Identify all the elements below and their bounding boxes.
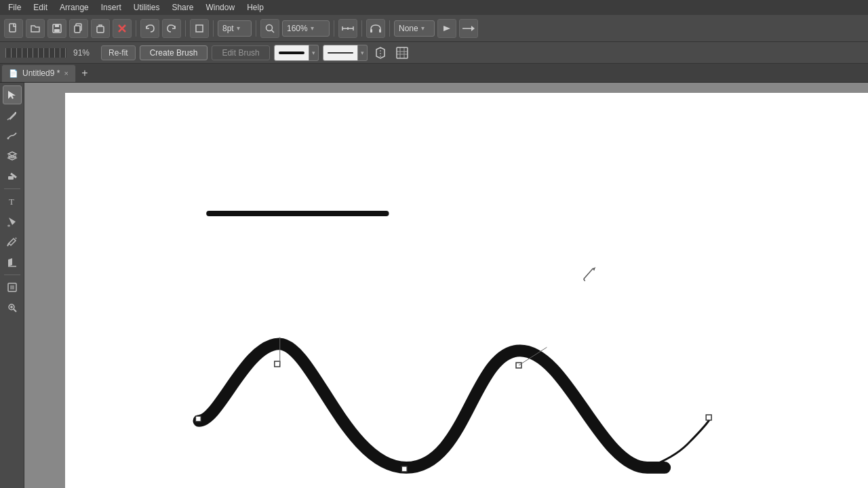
main-content: T (0, 83, 868, 488)
ruler-ticks (5, 48, 66, 58)
stroke-dropdown-2[interactable]: ▾ (358, 45, 368, 61)
stroke-style-2[interactable]: ▾ (323, 45, 368, 61)
symmetry-icon[interactable] (372, 44, 389, 62)
svg-marker-20 (471, 26, 475, 31)
stroke-style-1[interactable]: ▾ (274, 45, 319, 61)
svg-line-31 (7, 243, 9, 246)
layer-tool[interactable] (3, 146, 22, 165)
svg-text:T: T (9, 197, 14, 207)
tab-bar: 📄 Untitled9 * × + (0, 64, 868, 83)
edit-brush-button[interactable]: Edit Brush (212, 45, 269, 60)
svg-rect-2 (55, 24, 59, 27)
svg-rect-17 (379, 29, 381, 33)
svg-rect-26 (8, 176, 14, 180)
menu-window[interactable]: Window (200, 1, 240, 14)
flow-arrow[interactable] (437, 19, 456, 38)
zoom-tool[interactable] (3, 298, 22, 317)
select-tool[interactable] (3, 85, 22, 104)
sep2 (185, 20, 186, 37)
sep7 (389, 20, 390, 37)
secondary-toolbar: 91% Re-fit Create Brush Edit Brush ▾ ▾ (0, 42, 868, 64)
svg-rect-5 (75, 26, 80, 33)
stroke-preview-2 (323, 45, 358, 61)
svg-line-30 (16, 238, 16, 239)
menu-help[interactable]: Help (241, 1, 269, 14)
zoom-icon-btn[interactable] (260, 19, 279, 38)
control-point-1 (195, 416, 201, 422)
menu-share[interactable]: Share (166, 1, 199, 14)
svg-rect-22 (397, 47, 408, 58)
menu-file[interactable]: File (3, 1, 26, 14)
grid-icon[interactable] (393, 44, 411, 62)
control-point-end (706, 415, 711, 420)
redo-button[interactable] (162, 19, 181, 38)
pencil-tool[interactable] (3, 126, 22, 145)
menu-arrange[interactable]: Arrange (54, 1, 94, 14)
delete-button[interactable] (113, 19, 132, 38)
svg-rect-16 (370, 29, 372, 33)
sine-wave-stroke (199, 344, 665, 468)
tab-close-button[interactable]: × (64, 69, 68, 77)
sep1 (136, 20, 136, 37)
arrow-right-icon[interactable] (459, 19, 478, 38)
tool-sep-2 (4, 274, 20, 275)
menu-edit[interactable]: Edit (28, 1, 53, 14)
stroke-dropdown-1[interactable]: ▾ (309, 45, 319, 61)
svg-marker-18 (443, 26, 450, 31)
canvas-area[interactable] (24, 83, 868, 488)
fill-tool[interactable] (3, 212, 22, 231)
save-button[interactable] (47, 19, 66, 38)
measure-icon[interactable] (338, 19, 357, 38)
open-button[interactable] (26, 19, 45, 38)
svg-point-29 (7, 225, 10, 227)
menu-insert[interactable]: Insert (96, 1, 127, 14)
crop-button[interactable] (190, 19, 209, 38)
svg-marker-23 (8, 91, 16, 99)
zoom-percent-label: 91% (73, 48, 97, 58)
tab-add-button[interactable]: + (77, 66, 92, 81)
sep6 (361, 20, 362, 37)
undo-button[interactable] (140, 19, 159, 38)
copy-button[interactable] (69, 19, 88, 38)
eyedropper-tool[interactable] (3, 232, 22, 251)
control-point-3 (401, 466, 407, 472)
sep5 (334, 20, 334, 37)
main-toolbar: 8pt 160% None (0, 15, 868, 42)
create-brush-button[interactable]: Create Brush (140, 45, 208, 60)
control-point-4 (516, 363, 521, 368)
new-button[interactable] (4, 19, 23, 38)
svg-line-41 (584, 279, 585, 281)
svg-line-36 (14, 309, 16, 312)
svg-line-24 (7, 119, 9, 120)
frame-tool[interactable] (3, 278, 22, 297)
eraser-tool[interactable] (3, 167, 22, 186)
svg-rect-9 (196, 25, 203, 32)
refit-button[interactable]: Re-fit (101, 45, 136, 60)
tool-sep-1 (4, 188, 20, 189)
sine-wave-tail (647, 418, 711, 468)
svg-rect-3 (54, 29, 60, 32)
svg-rect-6 (97, 26, 104, 33)
tab-untitled9[interactable]: 📄 Untitled9 * × (1, 64, 76, 82)
flow-dropdown[interactable]: None (394, 20, 435, 37)
canvas-svg (65, 93, 868, 488)
canvas-white[interactable] (65, 93, 868, 488)
svg-point-10 (267, 24, 273, 30)
svg-rect-34 (10, 285, 14, 289)
paste-button[interactable] (91, 19, 110, 38)
pen-tool[interactable] (3, 106, 22, 125)
stroke-preview-1 (274, 45, 309, 61)
corner-tool[interactable] (3, 253, 22, 272)
headphones-icon[interactable] (366, 19, 385, 38)
svg-line-39 (584, 268, 593, 279)
zoom-dropdown[interactable]: 160% (282, 20, 330, 37)
sep4 (256, 20, 256, 37)
svg-point-25 (7, 138, 9, 140)
text-tool[interactable]: T (3, 192, 22, 211)
sep3 (213, 20, 214, 37)
tab-title: Untitled9 * (22, 68, 60, 78)
menu-utilities[interactable]: Utilities (128, 1, 165, 14)
stroke-size-dropdown[interactable]: 8pt (218, 20, 252, 37)
cursor-pencil (584, 267, 596, 281)
left-toolbar: T (0, 83, 24, 488)
